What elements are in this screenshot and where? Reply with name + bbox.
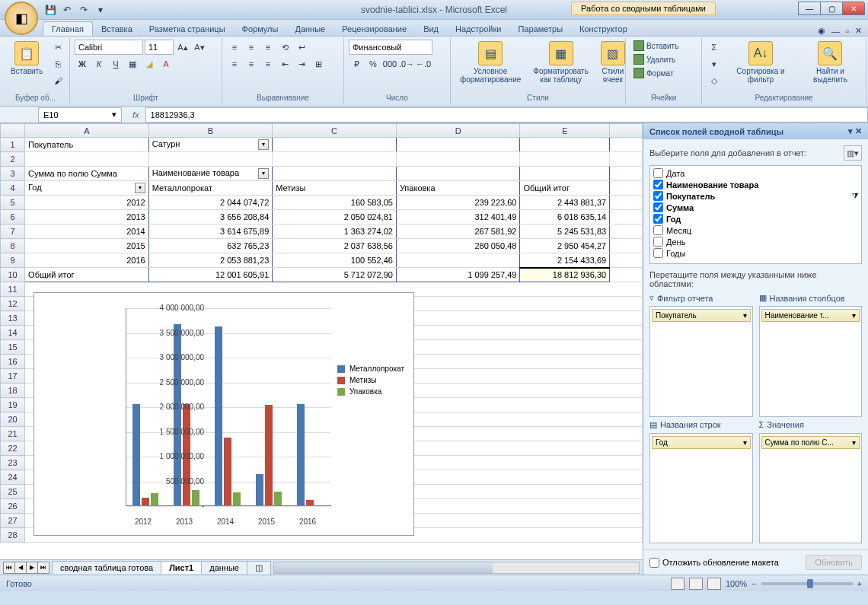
- align-middle-icon[interactable]: ≡: [244, 40, 259, 55]
- tab-view[interactable]: Вид: [415, 22, 447, 36]
- new-sheet-icon[interactable]: ◫: [247, 561, 271, 575]
- orientation-icon[interactable]: ⟲: [277, 40, 292, 55]
- autosum-icon[interactable]: Σ: [707, 40, 722, 55]
- align-top-icon[interactable]: ≡: [227, 40, 242, 55]
- find-select-button[interactable]: 🔍Найти и выделить: [799, 40, 861, 85]
- tab-home[interactable]: Главная: [43, 21, 93, 36]
- area-vals-box[interactable]: Сумма по полю С...▾: [759, 433, 863, 544]
- close-workbook-icon[interactable]: ✕: [855, 26, 862, 36]
- sort-filter-button[interactable]: A↓Сортировка и фильтр: [725, 40, 796, 85]
- number-format-select[interactable]: [349, 40, 432, 55]
- zoom-slider[interactable]: [761, 582, 853, 585]
- format-cells-button[interactable]: Формат: [630, 67, 677, 79]
- page-layout-view-icon[interactable]: [689, 578, 703, 590]
- clear-icon[interactable]: ◇: [707, 73, 722, 88]
- insert-cells-button[interactable]: Вставить: [630, 40, 681, 52]
- pivot-column-field[interactable]: Наименование товара▾: [148, 167, 273, 181]
- field-item[interactable]: Покупатель⧩: [652, 190, 860, 202]
- page-break-view-icon[interactable]: [707, 578, 721, 590]
- close-button[interactable]: ✕: [842, 2, 865, 15]
- pivot-filter-value-cell[interactable]: Сатурн▾: [148, 138, 273, 152]
- cell-styles-button[interactable]: ▧Стили ячеек: [596, 40, 630, 85]
- field-item[interactable]: День: [652, 236, 860, 247]
- inc-decimal-icon[interactable]: .0→: [399, 56, 414, 72]
- next-sheet-icon[interactable]: ▶: [26, 562, 38, 574]
- area-pill[interactable]: Год▾: [652, 436, 751, 449]
- filter-dropdown-icon[interactable]: ▾: [258, 139, 269, 150]
- field-list[interactable]: Дата Наименование товара Покупатель⧩ Сум…: [649, 165, 862, 264]
- help-icon[interactable]: ◉: [818, 26, 825, 36]
- normal-view-icon[interactable]: [671, 578, 685, 590]
- sheet-tab[interactable]: данные: [201, 561, 247, 574]
- conditional-formatting-button[interactable]: ▤Условное форматирование: [455, 40, 525, 85]
- col-header-B[interactable]: B: [148, 124, 273, 138]
- currency-icon[interactable]: ₽: [349, 56, 364, 72]
- sheet-tab[interactable]: Лист1: [161, 561, 202, 574]
- grow-font-icon[interactable]: A▴: [175, 40, 190, 55]
- minimize-button[interactable]: —: [798, 2, 821, 15]
- chevron-down-icon[interactable]: ▾: [848, 126, 853, 135]
- close-panel-icon[interactable]: ✕: [855, 126, 862, 135]
- select-all-corner[interactable]: [1, 124, 25, 138]
- tab-formulas[interactable]: Формулы: [234, 22, 287, 36]
- col-header-D[interactable]: D: [396, 124, 520, 138]
- font-color-icon[interactable]: A: [158, 56, 174, 72]
- shrink-font-icon[interactable]: A▾: [192, 40, 207, 55]
- undo-icon[interactable]: ↶: [59, 2, 75, 18]
- field-item[interactable]: Месяц: [652, 224, 860, 236]
- defer-update-checkbox[interactable]: Отложить обновление макета: [649, 558, 779, 568]
- bold-button[interactable]: Ж: [75, 56, 90, 72]
- spreadsheet-grid[interactable]: A B C D E 1 Покупатель Сатурн▾ 2 3 Сумма…: [0, 123, 643, 559]
- border-icon[interactable]: ▦: [125, 56, 140, 72]
- zoom-level[interactable]: 100%: [726, 579, 747, 588]
- sheet-tab[interactable]: сводная таблица готова: [52, 561, 161, 574]
- restore-window-icon[interactable]: ▫: [846, 27, 849, 36]
- selected-cell[interactable]: 18 812 936,30: [520, 268, 610, 282]
- layout-options-button[interactable]: ▥▾: [844, 145, 862, 161]
- chevron-down-icon[interactable]: ▾: [112, 110, 116, 119]
- redo-icon[interactable]: ↷: [76, 2, 91, 18]
- thousands-icon[interactable]: 000: [382, 56, 397, 72]
- office-button[interactable]: ◧: [5, 2, 38, 35]
- tab-data[interactable]: Данные: [286, 22, 333, 36]
- area-rows-box[interactable]: Год▾: [649, 433, 753, 544]
- field-item[interactable]: Сумма: [652, 202, 860, 213]
- tab-design[interactable]: Конструктор: [571, 22, 636, 36]
- field-item[interactable]: Годы: [652, 247, 860, 259]
- zoom-out-icon[interactable]: −: [752, 579, 756, 588]
- qat-dropdown-icon[interactable]: ▾: [93, 2, 108, 18]
- minimize-ribbon-icon[interactable]: —: [831, 27, 840, 36]
- copy-icon[interactable]: ⎘: [50, 56, 65, 72]
- area-cols-box[interactable]: Наименование т...▾: [759, 306, 863, 417]
- col-header-A[interactable]: A: [25, 124, 149, 138]
- prev-sheet-icon[interactable]: ◀: [14, 562, 27, 574]
- merge-icon[interactable]: ⊞: [311, 56, 326, 72]
- area-pill[interactable]: Покупатель▾: [652, 309, 751, 322]
- align-right-icon[interactable]: ≡: [260, 56, 276, 72]
- col-header-E[interactable]: E: [520, 124, 610, 138]
- wrap-text-icon[interactable]: ↩: [294, 40, 309, 55]
- delete-cells-button[interactable]: Удалить: [630, 53, 678, 65]
- cut-icon[interactable]: ✂: [50, 40, 65, 55]
- area-pill[interactable]: Сумма по полю С...▾: [761, 436, 860, 449]
- tab-options[interactable]: Параметры: [509, 22, 571, 36]
- align-bottom-icon[interactable]: ≡: [260, 40, 276, 55]
- paste-button[interactable]: 📋 Вставить: [6, 40, 47, 77]
- field-item[interactable]: Год: [652, 213, 860, 224]
- area-filter-box[interactable]: Покупатель▾: [649, 306, 753, 417]
- tab-addins[interactable]: Надстройки: [447, 22, 509, 36]
- horizontal-scrollbar[interactable]: [273, 562, 640, 574]
- pivot-row-field[interactable]: Год▾: [25, 181, 149, 196]
- underline-button[interactable]: Ч: [108, 56, 123, 72]
- update-button[interactable]: Обновить: [806, 555, 862, 570]
- tab-insert[interactable]: Вставка: [93, 22, 141, 36]
- italic-button[interactable]: К: [91, 56, 107, 72]
- percent-icon[interactable]: %: [365, 56, 381, 72]
- field-item[interactable]: Наименование товара: [652, 179, 860, 190]
- zoom-in-icon[interactable]: +: [857, 579, 862, 588]
- name-box[interactable]: E10▾: [38, 107, 122, 123]
- pivot-context-tab[interactable]: Работа со сводными таблицами: [571, 2, 716, 15]
- maximize-button[interactable]: ▢: [820, 2, 843, 15]
- last-sheet-icon[interactable]: ⏭: [37, 562, 49, 574]
- filter-dropdown-icon[interactable]: ▾: [135, 183, 145, 193]
